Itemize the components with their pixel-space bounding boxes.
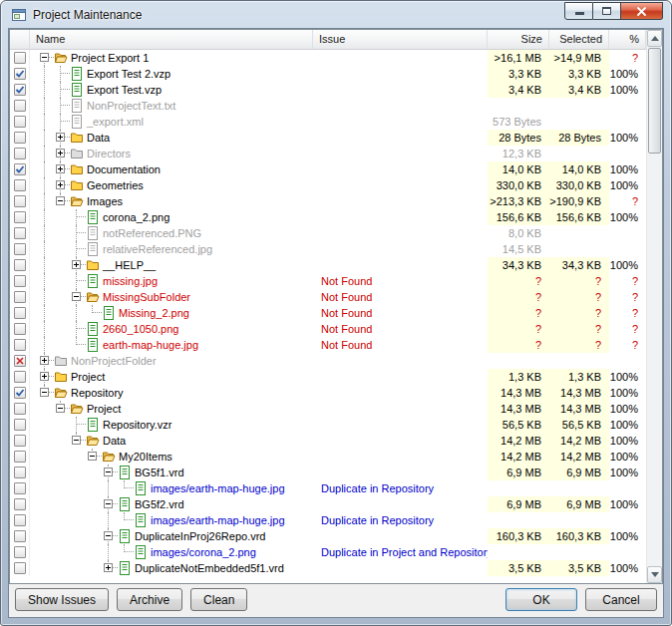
archive-button[interactable]: Archive [117, 588, 182, 611]
item-name[interactable]: NonProjectFolder [71, 353, 157, 369]
tree-row[interactable]: _export.xml573 Bytes [10, 114, 646, 130]
row-checkbox[interactable] [14, 84, 26, 96]
maximize-button[interactable] [593, 2, 621, 20]
tree-row[interactable]: images/corona_2.pngDuplicate in Project … [10, 544, 646, 560]
tree-row[interactable]: NonProjectText.txt [10, 98, 646, 114]
item-name[interactable]: Directors [87, 146, 131, 161]
scroll-down-button[interactable] [647, 566, 662, 583]
row-checkbox[interactable] [14, 530, 26, 542]
item-name[interactable]: __HELP__ [103, 257, 156, 273]
item-name[interactable]: My20Items [119, 449, 172, 465]
item-name[interactable]: BG5f2.vrd [135, 496, 184, 512]
row-checkbox[interactable] [14, 243, 26, 255]
row-checkbox[interactable] [14, 211, 26, 223]
row-checkbox[interactable] [14, 323, 26, 335]
tree-row[interactable]: DuplicateInProj26Repo.vrd160,3 KB160,3 K… [10, 528, 646, 544]
tree-row[interactable]: Geometries330,0 KB330,0 KB100% [10, 177, 646, 193]
item-name[interactable]: Repository [71, 385, 124, 401]
item-name[interactable]: corona_2.png [103, 209, 169, 225]
item-name[interactable]: Project [87, 401, 121, 417]
row-checkbox[interactable] [14, 387, 26, 399]
collapse-icon[interactable] [72, 436, 81, 445]
row-checkbox[interactable] [14, 100, 26, 112]
collapse-icon[interactable] [40, 388, 49, 397]
expand-icon[interactable] [40, 356, 49, 365]
tree-row[interactable]: Project Export 1>16,1 MB>14,9 MB? [10, 50, 646, 66]
collapse-icon[interactable] [56, 404, 65, 413]
row-checkbox[interactable] [14, 291, 26, 303]
tree-row[interactable]: Images>213,3 KB>190,9 KB? [10, 193, 646, 209]
collapse-icon[interactable] [88, 452, 97, 461]
row-checkbox[interactable] [14, 451, 26, 463]
item-name[interactable]: earth-map-huge.jpg [103, 337, 198, 353]
tree-row[interactable]: Missing_2.pngNot Found??? [10, 305, 646, 321]
item-name[interactable]: Geometries [87, 177, 144, 193]
scrollbar-thumb[interactable] [648, 48, 661, 154]
collapse-icon[interactable] [40, 53, 49, 62]
row-checkbox[interactable] [14, 148, 26, 159]
expand-icon[interactable] [56, 164, 65, 173]
row-checkbox[interactable] [14, 307, 26, 319]
tree-row[interactable]: NonProjectFolder [10, 353, 646, 369]
row-checkbox[interactable] [14, 419, 26, 431]
row-checkbox[interactable] [14, 227, 26, 239]
expand-icon[interactable] [72, 260, 81, 269]
tree-row[interactable]: DuplicateNotEmbedded5f1.vrd3,5 KB3,5 KB1… [10, 560, 646, 576]
column-header-size[interactable]: Size [488, 30, 549, 49]
tree-row[interactable]: Documentation14,0 KB14,0 KB100% [10, 161, 646, 177]
row-checkbox[interactable] [14, 339, 26, 351]
expand-icon[interactable] [56, 133, 65, 142]
scroll-up-button[interactable] [647, 30, 662, 47]
vertical-scrollbar[interactable] [646, 30, 662, 583]
item-name[interactable]: Export Test.vzp [87, 82, 162, 98]
tree-row[interactable]: Export Test 2.vzp3,3 KB3,3 KB100% [10, 66, 646, 82]
item-name[interactable]: images/earth-map-huge.jpg [151, 480, 285, 496]
show-issues-button[interactable]: Show Issues [15, 588, 109, 611]
collapse-icon[interactable] [104, 468, 113, 476]
row-checkbox[interactable] [14, 482, 26, 494]
expand-icon[interactable] [56, 180, 65, 189]
tree-row[interactable]: Repository.vzr56,5 KB56,5 KB100% [10, 417, 646, 433]
tree-row[interactable]: relativeReferenced.jpg14,5 KB [10, 241, 646, 257]
item-name[interactable]: DuplicateInProj26Repo.vrd [135, 528, 265, 544]
collapse-icon[interactable] [56, 196, 65, 205]
tree-row[interactable]: Export Test.vzp3,4 KB3,4 KB100% [10, 82, 646, 98]
collapse-icon[interactable] [72, 292, 81, 301]
row-checkbox[interactable] [14, 52, 26, 64]
tree-row[interactable]: Directors12,3 KB [10, 146, 646, 161]
item-name[interactable]: images/corona_2.png [151, 544, 256, 560]
item-name[interactable]: Documentation [87, 161, 161, 177]
item-name[interactable]: Data [87, 130, 110, 146]
close-button[interactable] [621, 2, 663, 20]
row-checkbox[interactable] [14, 546, 26, 558]
item-name[interactable]: NonProjectText.txt [87, 98, 175, 114]
row-checkbox[interactable] [14, 498, 26, 510]
tree-row[interactable]: Project1,3 KB1,3 KB100% [10, 369, 646, 385]
item-name[interactable]: notReferenced.PNG [103, 225, 201, 241]
tree-row[interactable]: __HELP__34,3 KB34,3 KB100% [10, 257, 646, 273]
tree-row[interactable]: 2660_1050.pngNot Found??? [10, 321, 646, 337]
row-checkbox[interactable] [14, 259, 26, 271]
row-checkbox[interactable] [14, 179, 26, 191]
row-checkbox[interactable] [14, 467, 26, 478]
item-name[interactable]: Images [87, 193, 123, 209]
row-checkbox[interactable] [14, 355, 26, 367]
tree-row[interactable]: Data28 Bytes28 Bytes100% [10, 130, 646, 146]
item-name[interactable]: missing.jpg [103, 273, 158, 289]
tree-row[interactable]: MissingSubFolderNot Found??? [10, 289, 646, 305]
row-checkbox[interactable] [14, 132, 26, 144]
minimize-button[interactable] [564, 2, 593, 20]
tree-row[interactable]: Repository14,3 MB14,3 MB100% [10, 385, 646, 401]
item-name[interactable]: DuplicateNotEmbedded5f1.vrd [135, 560, 284, 576]
row-checkbox[interactable] [14, 371, 26, 383]
item-name[interactable]: 2660_1050.png [103, 321, 178, 337]
column-header-selected[interactable]: Selected [549, 30, 609, 49]
row-checkbox[interactable] [14, 163, 26, 175]
row-checkbox[interactable] [14, 403, 26, 415]
tree-row[interactable]: corona_2.png156,6 KB156,6 KB100% [10, 209, 646, 225]
expand-icon[interactable] [56, 149, 65, 157]
item-name[interactable]: Export Test 2.vzp [87, 66, 170, 82]
ok-button[interactable]: OK [505, 588, 577, 611]
row-checkbox[interactable] [14, 435, 26, 447]
column-header-pct[interactable]: % [609, 30, 646, 49]
